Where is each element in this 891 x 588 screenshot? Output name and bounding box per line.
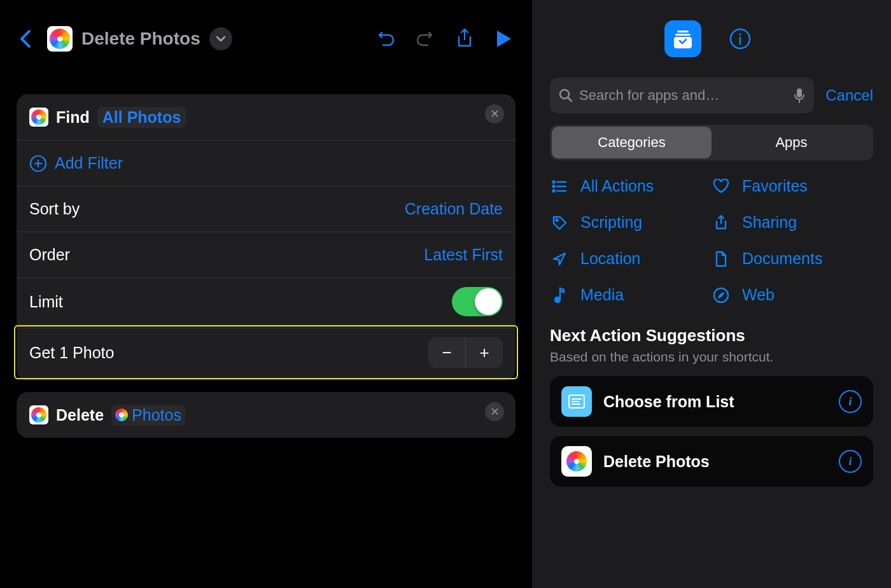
info-button[interactable]: i	[839, 450, 862, 473]
category-sharing[interactable]: Sharing	[712, 213, 873, 232]
svg-point-15	[553, 185, 555, 187]
category-media[interactable]: Media	[550, 286, 712, 304]
find-photos-action[interactable]: ✕ Find All Photos Add Filter Sort by Cre…	[17, 94, 516, 381]
delete-action-button[interactable]: ✕	[485, 402, 504, 421]
suggestions-title: Next Action Suggestions	[550, 326, 873, 346]
info-button[interactable]: i	[839, 390, 862, 413]
apps-tab[interactable]: Apps	[712, 127, 871, 158]
heart-icon	[712, 179, 731, 194]
svg-point-8	[739, 33, 741, 35]
redo-button	[410, 24, 440, 54]
search-input[interactable]	[579, 87, 787, 104]
svg-point-17	[553, 190, 555, 192]
actions-panel: Cancel Categories Apps All Actions Favor…	[532, 0, 891, 588]
share-icon	[712, 214, 731, 231]
order-value[interactable]: Latest First	[424, 246, 503, 264]
title-menu-button[interactable]	[209, 27, 232, 50]
category-documents[interactable]: Documents	[712, 249, 873, 268]
category-app-segment[interactable]: Categories Apps	[550, 125, 873, 160]
svg-marker-0	[497, 31, 511, 47]
share-button[interactable]	[449, 24, 480, 54]
list-card-icon	[561, 386, 592, 417]
photos-app-icon	[47, 26, 73, 52]
category-location[interactable]: Location	[550, 249, 712, 268]
right-top-bar	[532, 0, 891, 78]
dictate-icon[interactable]	[794, 88, 805, 103]
suggestions-subtitle: Based on the actions in your shortcut.	[550, 349, 873, 365]
suggestion-delete-photos[interactable]: Delete Photos i	[550, 436, 873, 487]
tag-icon	[550, 215, 569, 230]
photos-app-icon	[115, 409, 128, 421]
categories-tab[interactable]: Categories	[552, 127, 712, 158]
categories-grid: All Actions Favorites Scripting Sharing …	[550, 172, 873, 308]
get-count-label[interactable]: Get 1 Photo	[29, 344, 114, 362]
action-verb: Find	[56, 108, 90, 127]
limit-toggle[interactable]	[452, 287, 503, 316]
photos-param[interactable]: All Photos	[97, 107, 186, 128]
actions-library-tab[interactable]	[664, 20, 701, 57]
location-icon	[550, 251, 569, 267]
music-icon	[550, 287, 569, 304]
stepper-minus[interactable]: −	[428, 337, 465, 368]
photos-variable[interactable]: Photos	[111, 405, 185, 426]
list-icon	[550, 180, 569, 193]
search-field[interactable]	[550, 78, 814, 113]
editor-panel: Delete Photos ✕ Find All Photos	[0, 0, 532, 588]
sort-by-label: Sort by	[29, 200, 80, 218]
svg-point-20	[555, 297, 560, 302]
photos-app-icon	[29, 405, 48, 424]
photos-app-icon	[29, 108, 48, 127]
delete-photos-action[interactable]: ✕ Delete Photos	[17, 392, 516, 438]
suggestions-section: Next Action Suggestions Based on the act…	[550, 319, 873, 487]
svg-point-19	[556, 219, 558, 221]
search-icon	[559, 88, 573, 102]
category-favorites[interactable]: Favorites	[712, 177, 873, 195]
shortcut-title[interactable]: Delete Photos	[81, 29, 200, 49]
order-label: Order	[29, 246, 70, 264]
svg-point-13	[553, 181, 555, 183]
stepper-plus[interactable]: +	[466, 337, 503, 368]
category-all-actions[interactable]: All Actions	[550, 177, 712, 195]
svg-line-11	[568, 97, 572, 101]
photos-app-icon	[561, 446, 592, 477]
category-scripting[interactable]: Scripting	[550, 213, 712, 232]
delete-action-button[interactable]: ✕	[485, 104, 504, 123]
category-web[interactable]: Web	[712, 286, 873, 304]
compass-icon	[712, 287, 731, 304]
run-button[interactable]	[489, 24, 519, 54]
svg-rect-12	[797, 88, 802, 97]
undo-button[interactable]	[370, 24, 401, 54]
document-icon	[712, 251, 731, 267]
cancel-search-button[interactable]: Cancel	[825, 87, 873, 104]
count-stepper[interactable]: − +	[428, 337, 503, 368]
top-bar: Delete Photos	[0, 0, 532, 78]
svg-rect-4	[677, 31, 689, 32]
limit-label: Limit	[29, 293, 63, 311]
sort-by-value[interactable]: Creation Date	[405, 200, 503, 218]
add-filter-button[interactable]: Add Filter	[17, 140, 516, 186]
highlighted-row: Get 1 Photo − +	[14, 325, 518, 379]
info-tab[interactable]	[722, 20, 759, 57]
action-verb: Delete	[56, 406, 104, 424]
suggestion-choose-from-list[interactable]: Choose from List i	[550, 376, 873, 427]
back-button[interactable]	[13, 26, 38, 52]
svg-rect-5	[675, 34, 691, 36]
